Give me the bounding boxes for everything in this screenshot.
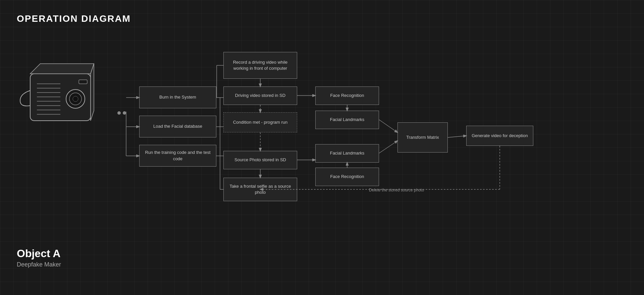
run-training-code-box: Run the training code and the test code — [139, 145, 216, 167]
generate-video-box: Generate video for deception — [466, 126, 533, 146]
page-title: OPERATION DIAGRAM — [17, 13, 131, 24]
dot-2 — [123, 111, 126, 115]
facial-landmarks-top-box: Facial Landmarks — [315, 111, 379, 129]
dot-1 — [117, 111, 121, 115]
delete-stored-label: Delete the stored source photo — [369, 188, 424, 192]
connector-dots — [117, 111, 126, 115]
svg-rect-12 — [79, 80, 87, 84]
svg-line-32 — [448, 136, 466, 137]
record-driving-video-box: Record a driving video while working in … — [223, 52, 297, 79]
face-recognition-top-box: Face Recognition — [315, 86, 379, 105]
object-name: Object A — [17, 247, 61, 260]
face-recognition-bottom-box: Face Recognition — [315, 168, 379, 186]
transform-matrix-box: Transform Matrix — [397, 122, 448, 153]
load-facial-database-box: Load the Facial database — [139, 116, 216, 137]
take-frontal-selfie-box: Take a frontal selfie as a source photo — [223, 178, 297, 201]
burn-in-system-box: Burn in the System — [139, 86, 216, 108]
device-illustration — [13, 54, 107, 161]
svg-point-3 — [73, 96, 78, 102]
source-photo-stored-box: Source Photo stored in SD — [223, 151, 297, 169]
facial-landmarks-bottom-box: Facial Landmarks — [315, 144, 379, 163]
driving-video-stored-box: Driving video stored in SD — [223, 86, 297, 105]
object-label: Object A Deepfake Maker — [17, 247, 61, 268]
condition-met-box: Condition met - program run — [223, 112, 297, 132]
svg-line-30 — [379, 120, 397, 132]
svg-line-31 — [379, 141, 397, 153]
object-description: Deepfake Maker — [17, 261, 61, 268]
